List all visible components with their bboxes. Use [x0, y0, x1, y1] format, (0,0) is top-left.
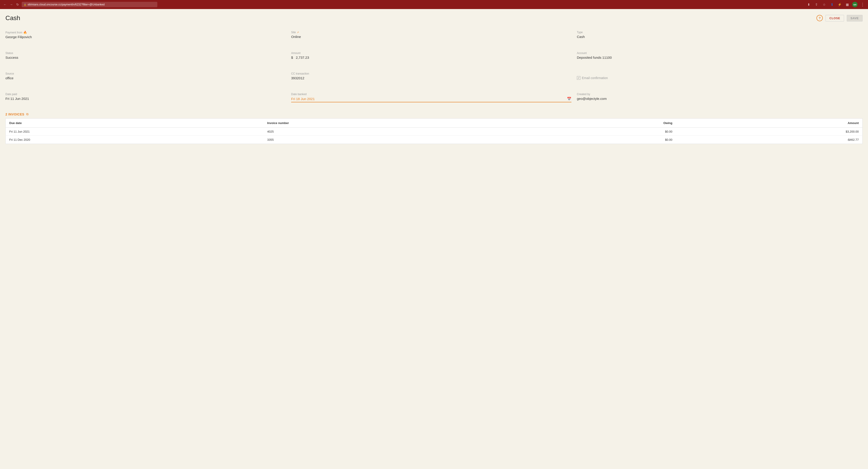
table-header-row: Due date Invoice number Owing Amount — [6, 119, 863, 128]
table-row[interactable]: Fri 11 Jun 2021 4025 $0.00 $3,200.00 — [6, 128, 863, 136]
cc-transaction-label: CC transaction — [291, 72, 571, 75]
type-field: Type Cash — [577, 28, 863, 42]
page-content: Cash ? CLOSE SAVE Payment from 🔥 George … — [0, 9, 868, 149]
cell-amount: -$462.77 — [676, 136, 862, 144]
cell-owing: $0.00 — [528, 128, 676, 136]
date-banked-field: Date banked 📅 — [291, 90, 577, 106]
status-field: Status Success — [5, 49, 291, 63]
menu-icon[interactable]: ⋮ — [860, 2, 865, 7]
address-bar[interactable]: 🔒 sttrinians.cloud.oncourse.cc/paymentIn… — [22, 2, 157, 7]
info-icon[interactable]: ℹ — [829, 2, 835, 7]
email-confirmation-wrapper: ✓ Email confirmation — [577, 76, 857, 80]
date-paid-value: Fri 11 Jun 2021 — [5, 97, 286, 101]
email-confirmation-label: Email confirmation — [582, 76, 608, 80]
download-icon[interactable]: ⬇ — [806, 2, 811, 7]
type-label: Type — [577, 31, 857, 34]
email-confirmation-field: ✓ Email confirmation — [577, 69, 863, 83]
amount-value: $ 2,737.23 — [291, 56, 571, 59]
site-label: Site ↗ — [291, 31, 571, 34]
account-field: Account Deposited funds 11100 — [577, 49, 863, 63]
invoices-external-link-icon[interactable]: ⧉ — [26, 112, 29, 116]
fields-grid-row4: Date paid Fri 11 Jun 2021 Date banked 📅 … — [5, 90, 863, 106]
fields-grid-row2: Status Success Amount $ 2,737.23 Account… — [5, 49, 863, 63]
email-confirmation-checkbox[interactable]: ✓ — [577, 76, 581, 80]
amount-label: Amount — [291, 52, 571, 55]
site-field: Site ↗ Online — [291, 28, 577, 42]
extension-icon[interactable]: ⚡ — [837, 2, 842, 7]
source-label: Source — [5, 72, 286, 75]
payment-from-field: Payment from 🔥 George Filipovich — [5, 28, 291, 42]
amount-number: 2,737.23 — [296, 56, 309, 59]
apps-icon[interactable]: ▦ — [844, 2, 850, 7]
account-label: Account — [577, 52, 857, 55]
date-banked-wrapper: 📅 — [291, 97, 571, 102]
profile-avatar[interactable]: on — [852, 2, 858, 7]
created-by-label: Created by — [577, 93, 857, 96]
cc-transaction-field: CC transaction 3932012 — [291, 69, 577, 83]
site-value: Online — [291, 35, 571, 39]
browser-icons: ⬇ ⇧ ☆ ℹ ⚡ ▦ on ⋮ — [806, 2, 865, 7]
cell-invoice-number: 3355 — [264, 136, 528, 144]
payment-from-value: George Filipovich — [5, 35, 286, 39]
cell-amount: $3,200.00 — [676, 128, 862, 136]
fields-grid-row3: Source office CC transaction 3932012 ✓ E… — [5, 69, 863, 83]
invoices-title: 2 INVOICES — [5, 112, 24, 116]
page-header: Cash ? CLOSE SAVE — [5, 14, 863, 22]
created-by-value: geo@objectyle.com — [577, 97, 857, 101]
bookmark-icon[interactable]: ☆ — [822, 2, 827, 7]
table-row[interactable]: Fri 11 Dec 2020 3355 $0.00 -$462.77 — [6, 136, 863, 144]
invoices-tbody: Fri 11 Jun 2021 4025 $0.00 $3,200.00 Fri… — [6, 128, 863, 144]
status-label: Status — [5, 52, 286, 55]
account-value: Deposited funds 11100 — [577, 56, 857, 59]
url-text: sttrinians.cloud.oncourse.cc/paymentIn/6… — [28, 3, 105, 6]
invoices-header: 2 INVOICES ⧉ — [5, 112, 863, 116]
fields-grid-row1: Payment from 🔥 George Filipovich Site ↗ … — [5, 28, 863, 42]
date-banked-input[interactable] — [291, 97, 567, 101]
amount-field: Amount $ 2,737.23 — [291, 49, 577, 63]
source-field: Source office — [5, 69, 291, 83]
reload-button[interactable]: ↻ — [16, 2, 20, 7]
page-title: Cash — [5, 14, 20, 22]
invoices-table: Due date Invoice number Owing Amount Fri… — [5, 119, 863, 144]
status-value: Success — [5, 56, 286, 59]
cell-owing: $0.00 — [528, 136, 676, 144]
date-banked-label: Date banked — [291, 93, 571, 96]
col-invoice-number: Invoice number — [264, 119, 528, 128]
type-value: Cash — [577, 35, 857, 39]
back-button[interactable]: ← — [3, 2, 7, 7]
fire-icon: 🔥 — [23, 31, 27, 34]
col-owing: Owing — [528, 119, 676, 128]
date-paid-field: Date paid Fri 11 Jun 2021 — [5, 90, 291, 106]
date-paid-label: Date paid — [5, 93, 286, 96]
source-value: office — [5, 76, 286, 80]
col-due-date: Due date — [6, 119, 264, 128]
calendar-icon[interactable]: 📅 — [567, 97, 571, 101]
cell-invoice-number: 4025 — [264, 128, 528, 136]
browser-chrome: ← → ↻ 🔒 sttrinians.cloud.oncourse.cc/pay… — [0, 0, 868, 9]
save-button[interactable]: SAVE — [847, 15, 863, 22]
cell-due-date: Fri 11 Jun 2021 — [6, 128, 264, 136]
payment-from-label: Payment from 🔥 — [5, 31, 286, 34]
cc-transaction-value: 3932012 — [291, 76, 571, 80]
share-icon[interactable]: ⇧ — [814, 2, 819, 7]
forward-button[interactable]: → — [9, 2, 13, 7]
close-button[interactable]: CLOSE — [826, 15, 844, 22]
created-by-field: Created by geo@objectyle.com — [577, 90, 863, 106]
col-amount: Amount — [676, 119, 862, 128]
external-link-small-icon: ↗ — [297, 31, 299, 34]
header-actions: ? CLOSE SAVE — [816, 15, 863, 22]
currency-symbol: $ — [291, 56, 293, 59]
cell-due-date: Fri 11 Dec 2020 — [6, 136, 264, 144]
help-button[interactable]: ? — [816, 15, 823, 21]
